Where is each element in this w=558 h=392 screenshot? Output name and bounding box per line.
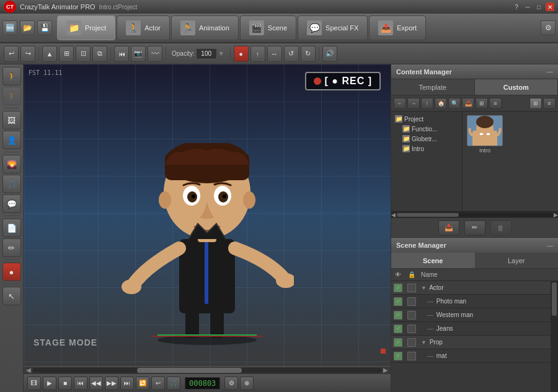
- help-button[interactable]: ?: [512, 2, 521, 11]
- scene-row-mat[interactable]: ✓ — mat: [391, 349, 551, 363]
- eye-prop[interactable]: ✓: [391, 338, 405, 347]
- move-up-button[interactable]: ↑: [250, 46, 265, 62]
- cm-back-btn[interactable]: ←: [394, 98, 406, 109]
- cb-lock-prop[interactable]: [407, 338, 416, 347]
- tree-item-function[interactable]: 📁 Functio...: [394, 124, 459, 134]
- lock-western-man[interactable]: [405, 311, 418, 320]
- eye-photo-man[interactable]: ✓: [391, 297, 405, 306]
- cb-eye-actor[interactable]: ✓: [394, 284, 402, 292]
- minimize-button[interactable]: ─: [523, 2, 532, 11]
- edit-btn[interactable]: ✏: [2, 238, 21, 257]
- actor-tool-btn[interactable]: 🚶: [2, 67, 21, 85]
- tree-item-intro[interactable]: 📁 Intro: [394, 144, 459, 154]
- transport-extra[interactable]: ⊕: [240, 377, 254, 390]
- cb-eye-photo-man[interactable]: ✓: [394, 297, 402, 306]
- content-manager-collapse-btn[interactable]: —: [547, 68, 553, 75]
- transform-tool[interactable]: ⊞: [59, 46, 74, 62]
- new-button[interactable]: 🆕: [2, 20, 17, 35]
- skip-to-end[interactable]: ⏭: [120, 377, 134, 390]
- settings-icon[interactable]: ⚙: [541, 20, 556, 35]
- frame-back[interactable]: ◀◀: [89, 377, 103, 390]
- open-button[interactable]: 📂: [20, 20, 35, 35]
- sm-tab-layer[interactable]: Layer: [475, 253, 559, 268]
- close-button[interactable]: ✕: [546, 2, 554, 11]
- loop2-button[interactable]: ↩: [151, 377, 165, 390]
- puppet-btn[interactable]: 🚶: [2, 87, 21, 105]
- move-x-button[interactable]: ↔: [267, 46, 282, 62]
- cm-scroll-thumb[interactable]: [397, 213, 459, 217]
- cb-lock-western-man[interactable]: [407, 311, 416, 320]
- cm-scrollbar-h[interactable]: ◀ ▶: [391, 211, 558, 217]
- sm-scrollbar-thumb[interactable]: [552, 282, 557, 316]
- cb-eye-western-man[interactable]: ✓: [394, 311, 402, 320]
- tree-item-project[interactable]: 📁 Project: [394, 114, 459, 124]
- sm-scrollbar[interactable]: [551, 281, 558, 392]
- cm-item-intro[interactable]: Intro: [466, 115, 503, 154]
- doc-btn[interactable]: 📄: [2, 219, 21, 237]
- scene-row-western-man[interactable]: ✓ — Western man: [391, 308, 551, 322]
- lock-mat[interactable]: [405, 352, 418, 360]
- cm-scroll-left[interactable]: ◀: [391, 212, 396, 218]
- save-button[interactable]: 💾: [37, 20, 52, 35]
- music-btn[interactable]: 🎵: [2, 175, 21, 193]
- scrollbar-track-h[interactable]: [32, 368, 382, 373]
- lock-photo-man[interactable]: [405, 297, 418, 306]
- tab-actor[interactable]: 🚶 Actor: [117, 15, 170, 40]
- cm-import-btn[interactable]: 📥: [462, 98, 474, 109]
- opacity-dropdown[interactable]: ▼: [218, 50, 224, 57]
- cm-home-btn[interactable]: 🏠: [435, 98, 447, 109]
- frame-forward[interactable]: ▶▶: [105, 377, 118, 390]
- film-strip-btn[interactable]: 🎞: [27, 377, 41, 390]
- rotate-cw-button[interactable]: ↻: [301, 46, 316, 62]
- play-button[interactable]: ▶: [43, 377, 56, 390]
- scene-row-actor-group[interactable]: ✓ ▼ Actor: [391, 281, 551, 295]
- record-side-btn[interactable]: ●: [2, 263, 21, 281]
- scene-row-jeans[interactable]: ✓ — Jeans: [391, 322, 551, 336]
- cm-tab-template[interactable]: Template: [391, 79, 475, 95]
- tab-export[interactable]: 📤 Export: [369, 15, 426, 40]
- tab-special-fx[interactable]: 💬 Special FX: [298, 15, 368, 40]
- canvas-scrollbar-h[interactable]: ◀ ▶: [24, 366, 391, 373]
- cm-scroll-right[interactable]: ▶: [554, 212, 558, 218]
- scroll-left-arrow[interactable]: ◀: [25, 367, 32, 373]
- loop-button[interactable]: 🔁: [136, 377, 149, 390]
- cm-view2-btn[interactable]: ≡: [489, 98, 502, 109]
- scene-row-photo-man[interactable]: ✓ — Photo man: [391, 295, 551, 308]
- cb-eye-prop[interactable]: ✓: [394, 338, 402, 347]
- cm-list-view-btn[interactable]: ≡: [543, 98, 556, 109]
- timecode-settings[interactable]: ⚙: [224, 377, 238, 390]
- camera-button[interactable]: 📷: [131, 46, 146, 62]
- skip-start-button[interactable]: ⏮: [114, 46, 129, 62]
- rotate-ccw-button[interactable]: ↺: [284, 46, 299, 62]
- cb-eye-jeans[interactable]: ✓: [394, 324, 402, 333]
- face-btn[interactable]: 👤: [2, 131, 21, 149]
- cb-lock-photo-man[interactable]: [407, 297, 416, 306]
- copy-tool[interactable]: ⧉: [92, 46, 107, 62]
- crop-tool[interactable]: ⊡: [76, 46, 91, 62]
- eye-actor[interactable]: ✓: [391, 284, 405, 292]
- scene-manager-collapse-btn[interactable]: —: [547, 242, 553, 249]
- tab-project[interactable]: 📁 Project: [57, 15, 115, 40]
- speech-btn[interactable]: 💬: [2, 194, 21, 213]
- eye-lash-button[interactable]: 〰: [148, 46, 162, 62]
- cm-scroll-track[interactable]: [397, 213, 552, 217]
- redo-button[interactable]: ↪: [20, 46, 35, 62]
- cm-up-btn[interactable]: ↑: [421, 98, 433, 109]
- lock-actor[interactable]: [405, 284, 418, 292]
- cursor-btn[interactable]: ↖: [2, 287, 21, 305]
- stop-button[interactable]: ■: [58, 377, 72, 390]
- select-tool[interactable]: ▲: [42, 46, 57, 62]
- cm-edit-btn[interactable]: ✏: [464, 220, 485, 235]
- eye-jeans[interactable]: ✓: [391, 324, 405, 333]
- cb-lock-mat[interactable]: [407, 352, 416, 360]
- tree-item-globetr[interactable]: 📁 Globetr...: [394, 134, 459, 144]
- lock-prop[interactable]: [405, 338, 418, 347]
- maximize-button[interactable]: □: [534, 2, 543, 11]
- cb-eye-mat[interactable]: ✓: [394, 352, 402, 360]
- cb-lock-jeans[interactable]: [407, 324, 416, 333]
- scroll-right-arrow[interactable]: ▶: [382, 367, 389, 373]
- opacity-input[interactable]: [196, 48, 217, 59]
- cm-fwd-btn[interactable]: →: [407, 98, 420, 109]
- cm-delete-btn[interactable]: 🗑: [490, 220, 512, 235]
- volume-button[interactable]: 🔊: [322, 46, 337, 62]
